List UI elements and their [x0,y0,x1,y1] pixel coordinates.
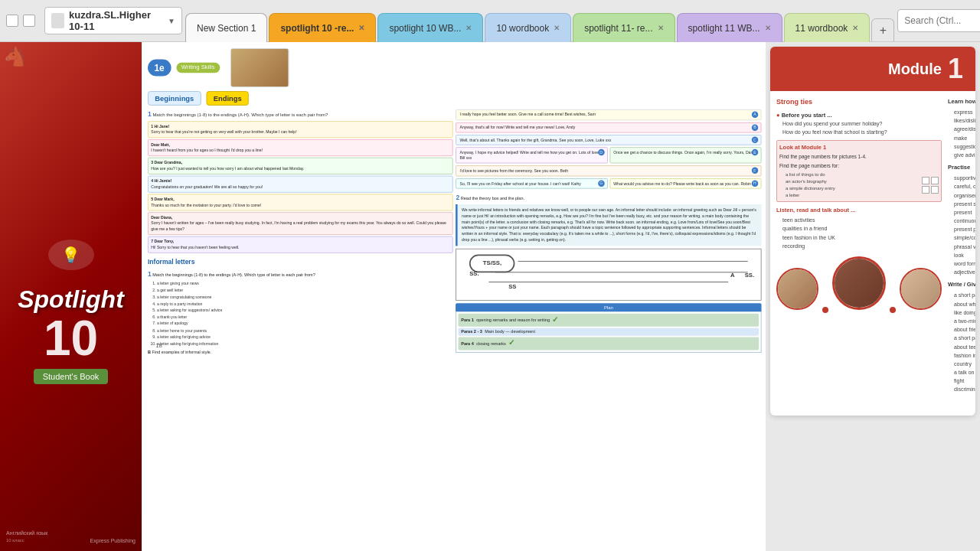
practise-item-4: phrasal verbs: look [954,243,975,259]
window-maximize-btn[interactable] [23,15,35,27]
tab-10wordbook[interactable]: 10 wordbook ✕ [485,13,571,42]
practise-item-3: present perfect simple/continuous [954,225,975,242]
tab-spotlight11wb-close[interactable]: ✕ [765,24,771,32]
window-controls [6,15,35,27]
letter-ending-E: E Once we get a chance to discuss things… [609,148,761,164]
letter-beginning-4: 4 Hi Jamie!Congratulations on your gradu… [148,176,453,193]
learn-item-4: give advice [954,151,975,159]
window-minimize-btn[interactable] [6,15,18,27]
learn-item-3: make suggestions [954,134,975,151]
exercise2-area: 2 Read the theory box and the plan. We w… [456,194,761,246]
listen-title: Listen, read and talk about ... [776,206,942,214]
tab-11wordbook[interactable]: 11 wordbook ✕ [784,13,871,42]
book-page: 1e Writing Skills Beginnings Endings 1 M… [142,42,766,551]
plan-area: Plan Para 1 opening remarks and reason f… [456,303,761,352]
plan-title: Plan [456,303,761,311]
plan-para1: Para 1 opening remarks and reason for wr… [459,314,759,327]
module-panel: Module 1 Strong ties ● Before you start … [766,42,980,551]
list-item: a letter asking for suggestions/ advice [157,307,453,314]
listen-item-1: teen activities [782,216,942,224]
practise-section: Learn how to ... express likes/dislikes … [948,97,975,159]
module-right-col: Learn how to ... express likes/dislikes … [948,97,975,409]
module-body: Strong ties ● Before you start ... How d… [770,91,975,416]
informal-letters-title: Informal letters [148,257,453,267]
before-item-1: How did you spend your summer holiday? [782,119,942,128]
list-item: a letter asking for/giving advice [157,334,453,341]
tab-spotlight10wb-label: spotlight 10 WB... [389,23,461,34]
checkbox-4 [931,186,939,194]
learn-item-2: agree/disagree [954,125,975,133]
tab-11wordbook-label: 11 wordbook [795,23,848,34]
module-photos-row [776,256,942,310]
letters-GH-row: G So, I'll see you on Friday after schoo… [456,178,761,191]
book-bottom-text: Английский язык 10 класс [6,530,47,543]
exercise1-text: Match the beginnings (1-8) to the ending… [152,112,328,117]
letter-ending-A: A I really hope you feel better soon. Gi… [456,109,761,120]
book-cover: 🐴 💡 Spotlight 10 Student's Book Английск… [0,42,142,551]
tab-spotlight11wb-label: spotlight 11 WB... [688,23,760,34]
photo-circle-3 [900,268,942,310]
letter-ending-D: D Anyway, I hope my advice helped! Write… [456,148,607,164]
tab-spotlight10wb-close[interactable]: ✕ [466,24,472,32]
exercise1-num: 1 [148,111,152,118]
list-item: a get well letter [157,287,453,294]
tab-11wordbook-close[interactable]: ✕ [852,24,858,32]
tab-10wordbook-label: 10 wordbook [496,23,549,34]
letter-beginning-2: Dear Matt,I haven't heard from you for a… [148,139,453,156]
tab-bar: New Section 1 spotlight 10 -re... ✕ spot… [185,0,894,41]
diagram-line1 [518,261,748,262]
tab-spotlight11re[interactable]: spotlight 11- re... ✕ [573,13,675,42]
listen-item-2: qualities in a friend [782,224,942,233]
writing-skills-badge: Writing Skills [176,63,220,73]
tab-new-section[interactable]: New Section 1 [185,13,267,42]
checkmark2: ✓ [508,338,515,348]
learn-item-1: express likes/dislikes [954,108,975,125]
page-content: 1e Writing Skills Beginnings Endings 1 M… [148,48,761,355]
book-title: Spotlight [18,285,124,314]
beginnings-box: Beginnings [148,91,201,106]
tab-spotlight11re-close[interactable]: ✕ [658,24,664,32]
practise-item-5: word formation: adjectives [954,259,975,276]
tab-spotlight11wb[interactable]: spotlight 11 WB... ✕ [677,13,782,42]
look-sub-2: an actor's biography [786,178,916,185]
learn-title: Learn how to ... [948,97,975,106]
profile-icon [51,13,64,28]
tab-spotlight10re[interactable]: spotlight 10 -re... ✕ [269,13,376,42]
writing-diagram: TS/SS, SS. A SS. SS [456,249,761,301]
diagram-ss1: SS. [469,270,479,278]
module-card: Module 1 Strong ties ● Before you start … [770,47,975,416]
module-header: Module 1 [770,47,975,91]
tab-spotlight10re-close[interactable]: ✕ [358,24,364,32]
plan-para4: Para 4 closing remarks ✓ [459,337,759,350]
page-number: 18 [155,342,162,350]
letter-ending-B: B Anyway, that's all for now! Write and … [456,122,761,133]
practise-section2: Practise supportive, careful, caring, or… [948,163,975,276]
tab-10wordbook-close[interactable]: ✕ [554,24,560,32]
tab-add-button[interactable]: + [871,18,894,41]
letter-ending-C: C Well, that's about all. Thanks again f… [456,135,761,145]
informal-match-instruction: 1 Match the beginnings (1-8) to the endi… [148,269,453,279]
listen-section: Listen, read and talk about ... teen act… [776,206,942,250]
list-item: a thank-you letter [157,314,453,321]
letter-ending-F: F I'd love to see pictures from the cere… [456,165,761,176]
listen-item-4: recording [782,242,942,250]
tab-spotlight11re-label: spotlight 11- re... [584,23,652,34]
checkbox-3 [922,186,929,194]
write-item-4: a talk on how to fight discrimination [954,368,975,394]
look-item-1: Find the page numbers for pictures 1-4. [779,153,939,161]
write-title: Write / Give ... [948,280,975,289]
endings-box: Endings [206,91,249,106]
search-input[interactable] [897,9,980,32]
exercise-b: B Find examples of informal style. [148,349,453,355]
profile-selector[interactable]: kuzdra.SL.Higher 10-11 ▼ [44,7,182,34]
before-start-title: ● Before you start ... [776,111,942,119]
letter-beginning-5: 5 Dear Mark,Thanks so much for the invit… [148,194,453,211]
theory-box: We write informal letters to friends and… [456,204,761,246]
express-publishing-logo: Express Publishing [90,538,136,543]
photo-circle-1 [776,268,818,310]
practise-title: Practise [948,163,975,172]
tab-spotlight10wb[interactable]: spotlight 10 WB... ✕ [377,13,483,42]
top-bar: kuzdra.SL.Higher 10-11 ▼ New Section 1 s… [0,0,980,42]
practise-item-1: supportive, careful, caring, organised [954,174,975,200]
exercise2-instruction: 2 Read the theory box and the plan. [456,194,761,202]
